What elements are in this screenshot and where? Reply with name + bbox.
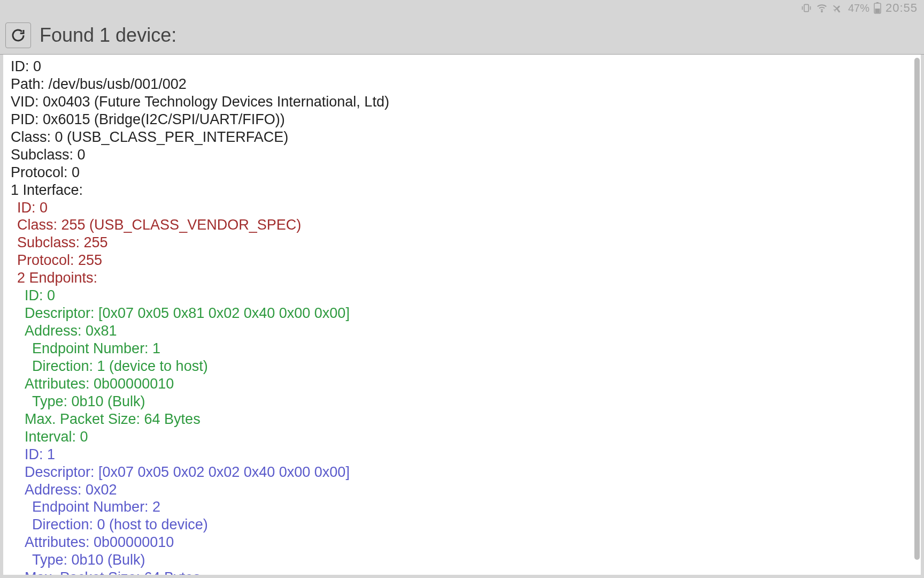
ep1-descriptor: Descriptor: [0x07 0x05 0x02 0x02 0x40 0x… <box>11 463 913 481</box>
wifi-icon <box>816 2 828 14</box>
device-class: Class: 0 (USB_CLASS_PER_INTERFACE) <box>11 128 913 146</box>
ep1-type: Type: 0b10 (Bulk) <box>11 551 913 569</box>
vibrate-icon <box>801 3 812 13</box>
device-path: Path: /dev/bus/usb/001/002 <box>11 75 913 93</box>
scrollbar[interactable] <box>914 58 920 560</box>
status-bar: 47% 20:55 <box>0 0 924 16</box>
ep0-address: Address: 0x81 <box>11 322 913 340</box>
svg-rect-0 <box>804 4 808 11</box>
device-details: ID: 0 Path: /dev/bus/usb/001/002 VID: 0x… <box>3 55 921 575</box>
airplane-icon <box>832 2 844 14</box>
svg-point-1 <box>821 11 822 12</box>
status-time: 20:55 <box>886 1 918 15</box>
ep1-id: ID: 1 <box>11 446 913 463</box>
ep0-id: ID: 0 <box>11 287 913 305</box>
iface-protocol: Protocol: 255 <box>11 252 913 269</box>
ep0-descriptor: Descriptor: [0x07 0x05 0x81 0x02 0x40 0x… <box>11 305 913 322</box>
svg-rect-4 <box>875 9 880 13</box>
ep0-type: Type: 0b10 (Bulk) <box>11 393 913 410</box>
battery-percent: 47% <box>848 2 869 14</box>
app-bar: Found 1 device: <box>0 16 924 55</box>
ep1-attributes: Attributes: 0b00000010 <box>11 534 913 551</box>
ep1-direction: Direction: 0 (host to device) <box>11 516 913 534</box>
ep0-max-packet: Max. Packet Size: 64 Bytes <box>11 410 913 428</box>
device-id: ID: 0 <box>11 58 913 75</box>
iface-subclass: Subclass: 255 <box>11 234 913 252</box>
device-pid: PID: 0x6015 (Bridge(I2C/SPI/UART/FIFO)) <box>11 111 913 128</box>
refresh-icon <box>10 27 26 43</box>
device-protocol: Protocol: 0 <box>11 164 913 181</box>
ep1-number: Endpoint Number: 2 <box>11 498 913 516</box>
endpoint-count: 2 Endpoints: <box>11 269 913 287</box>
device-subclass: Subclass: 0 <box>11 146 913 164</box>
iface-id: ID: 0 <box>11 199 913 217</box>
page-title: Found 1 device: <box>40 24 176 47</box>
refresh-button[interactable] <box>5 22 31 48</box>
battery-icon <box>874 2 881 14</box>
iface-class: Class: 255 (USB_CLASS_VENDOR_SPEC) <box>11 216 913 234</box>
ep0-attributes: Attributes: 0b00000010 <box>11 375 913 393</box>
device-vid: VID: 0x0403 (Future Technology Devices I… <box>11 93 913 111</box>
ep0-number: Endpoint Number: 1 <box>11 340 913 358</box>
ep0-direction: Direction: 1 (device to host) <box>11 358 913 375</box>
ep1-address: Address: 0x02 <box>11 481 913 499</box>
interface-count: 1 Interface: <box>11 181 913 199</box>
ep1-max-packet: Max. Packet Size: 64 Bytes <box>11 569 913 575</box>
ep0-interval: Interval: 0 <box>11 428 913 446</box>
device-list[interactable]: ID: 0 Path: /dev/bus/usb/001/002 VID: 0x… <box>3 55 921 575</box>
